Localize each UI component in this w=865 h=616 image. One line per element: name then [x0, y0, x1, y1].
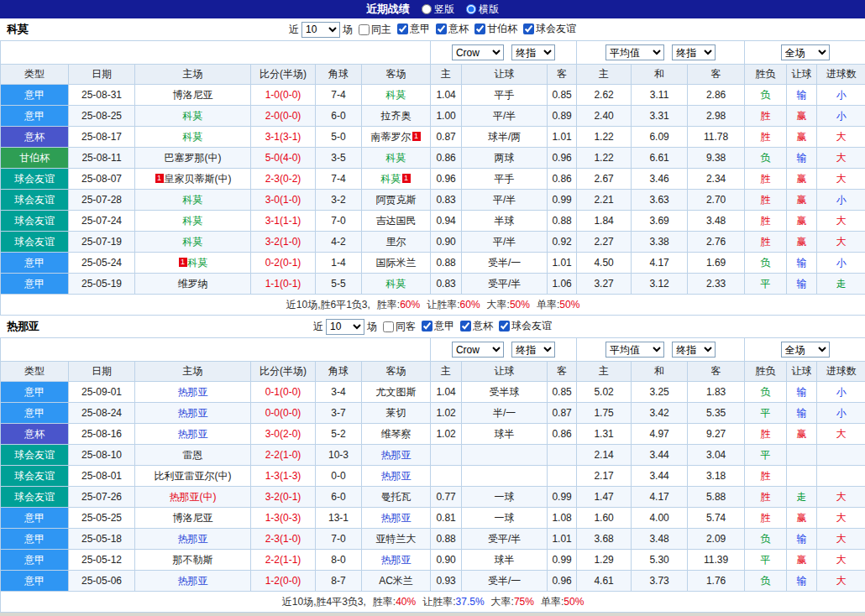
team-name[interactable]: 科莫 [183, 215, 203, 227]
score-link[interactable]: 3-2(0-1) [265, 491, 301, 503]
euro-odds-time-select[interactable]: 终指 [672, 342, 716, 358]
team-name[interactable]: 博洛尼亚 [173, 512, 213, 524]
team-name[interactable]: 拉齐奥 [381, 110, 412, 122]
ah-line-cell: 半/一 [462, 403, 548, 424]
team-name[interactable]: AC米兰 [379, 575, 413, 587]
same-venue-checkbox[interactable] [359, 24, 370, 35]
score-link[interactable]: 1-3(0-3) [265, 512, 301, 524]
team-name[interactable]: 科莫 [386, 278, 406, 290]
team-name[interactable]: 维罗纳 [178, 278, 208, 290]
euro-away-odds-cell: 9.38 [688, 148, 745, 169]
team-name[interactable]: 博洛尼亚 [173, 89, 213, 101]
league-filter[interactable]: 意杯 [454, 319, 493, 333]
team-name[interactable]: 科莫 [381, 173, 401, 185]
team-name[interactable]: 比利亚雷亚尔(中) [155, 470, 232, 482]
league-checkbox[interactable] [523, 23, 534, 34]
team-name[interactable]: 热那亚 [381, 470, 412, 482]
team-name[interactable]: 热那亚 [178, 407, 208, 419]
bookmaker-select[interactable]: Crow [452, 44, 504, 60]
team-name[interactable]: 亚特兰大 [376, 533, 417, 545]
home-team-cell: 维罗纳 [135, 274, 251, 295]
score-link[interactable]: 2-3(1-0) [265, 533, 301, 545]
score-link[interactable]: 0-0(0-0) [265, 407, 301, 419]
score-link[interactable]: 2-2(1-0) [265, 449, 301, 461]
team-name[interactable]: 热那亚 [178, 428, 208, 440]
league-checkbox[interactable] [397, 23, 408, 34]
score-link[interactable]: 3-0(2-0) [265, 428, 301, 440]
same-venue-checkbox[interactable] [383, 321, 394, 332]
team-name[interactable]: 巴塞罗那(中) [165, 152, 222, 164]
score-link[interactable]: 0-1(0-0) [265, 386, 301, 398]
league-checkbox[interactable] [460, 321, 471, 331]
team-name[interactable]: 热那亚 [178, 533, 208, 545]
layout-horizontal-option[interactable]: 横版 [466, 3, 499, 17]
team-name[interactable]: 热那亚(中) [170, 491, 217, 503]
team-name[interactable]: 科莫 [183, 236, 203, 248]
score-link[interactable]: 2-2(1-1) [265, 554, 301, 566]
score-link[interactable]: 5-0(4-0) [265, 152, 301, 164]
league-filter[interactable]: 球会友谊 [517, 22, 576, 36]
team-name[interactable]: 热那亚 [178, 386, 208, 398]
euro-source-select[interactable]: 平均值 [606, 342, 664, 358]
team-name[interactable]: 科莫 [183, 131, 203, 143]
score-link[interactable]: 0-2(0-1) [265, 257, 301, 269]
score-link[interactable]: 3-1(3-1) [265, 131, 301, 143]
same-venue-filter[interactable]: 同客 [377, 320, 416, 334]
team-name[interactable]: 吉达国民 [376, 215, 417, 227]
layout-vertical-radio[interactable] [422, 4, 432, 14]
league-filter[interactable]: 球会友谊 [493, 319, 552, 333]
team-name[interactable]: 国际米兰 [376, 257, 417, 269]
team-name[interactable]: 科莫 [183, 110, 203, 122]
asian-odds-time-select[interactable]: 终指 [511, 44, 555, 60]
score-link[interactable]: 1-0(0-0) [265, 89, 301, 101]
layout-horizontal-radio[interactable] [466, 4, 476, 14]
goals-result-cell: 小 [817, 106, 865, 127]
team-name[interactable]: 热那亚 [381, 512, 412, 524]
team-name[interactable]: 维琴察 [381, 428, 412, 440]
asian-odds-time-select[interactable]: 终指 [511, 342, 555, 358]
league-checkbox[interactable] [474, 23, 485, 34]
score-link[interactable]: 2-0(0-0) [265, 110, 301, 122]
recent-count-select[interactable]: 10 [326, 319, 364, 335]
team-name[interactable]: 科莫 [188, 257, 208, 269]
team-name[interactable]: 科莫 [386, 152, 406, 164]
league-type-cell: 意甲 [1, 253, 69, 274]
team-name[interactable]: 里尔 [386, 236, 406, 248]
team-name[interactable]: 尤文图斯 [376, 386, 417, 398]
recent-count-select[interactable]: 10 [301, 22, 340, 38]
score-link[interactable]: 3-1(1-1) [265, 215, 301, 227]
team-name[interactable]: 科莫 [386, 89, 406, 101]
score-link[interactable]: 2-3(0-2) [265, 173, 301, 185]
team-name[interactable]: 热那亚 [381, 554, 412, 566]
score-link[interactable]: 1-2(0-0) [265, 575, 301, 587]
team-name[interactable]: 科莫 [183, 194, 203, 206]
team-name[interactable]: 阿贾克斯 [376, 194, 417, 206]
score-link[interactable]: 1-1(0-1) [265, 278, 301, 290]
euro-odds-time-select[interactable]: 终指 [672, 44, 716, 60]
team-name[interactable]: 热那亚 [178, 575, 208, 587]
bookmaker-select[interactable]: Crow [452, 342, 504, 358]
score-link[interactable]: 3-2(1-0) [265, 236, 301, 248]
league-filter[interactable]: 意甲 [416, 319, 454, 333]
score-link[interactable]: 3-0(1-0) [265, 194, 301, 206]
goals-result-cell: 大 [817, 424, 865, 445]
league-checkbox[interactable] [436, 23, 447, 34]
team-name[interactable]: 南蒂罗尔 [371, 131, 412, 143]
league-checkbox[interactable] [422, 321, 432, 331]
team-name[interactable]: 雷恩 [183, 449, 203, 461]
league-checkbox[interactable] [499, 321, 510, 331]
score-link[interactable]: 1-3(1-3) [265, 470, 301, 482]
layout-vertical-option[interactable]: 竖版 [422, 3, 454, 17]
team-name[interactable]: 莱切 [386, 407, 406, 419]
match-scope-select[interactable]: 全场 [781, 44, 830, 60]
league-filter[interactable]: 甘伯杯 [469, 22, 517, 36]
match-scope-select[interactable]: 全场 [781, 342, 830, 358]
team-name[interactable]: 那不勒斯 [173, 554, 213, 566]
league-filter[interactable]: 意甲 [391, 22, 430, 36]
team-name[interactable]: 曼托瓦 [381, 491, 412, 503]
team-name[interactable]: 热那亚 [381, 449, 412, 461]
team-name[interactable]: 皇家贝蒂斯(中) [165, 173, 232, 185]
same-venue-filter[interactable]: 同主 [353, 23, 391, 37]
league-filter[interactable]: 意杯 [430, 22, 469, 36]
euro-source-select[interactable]: 平均值 [606, 44, 664, 60]
